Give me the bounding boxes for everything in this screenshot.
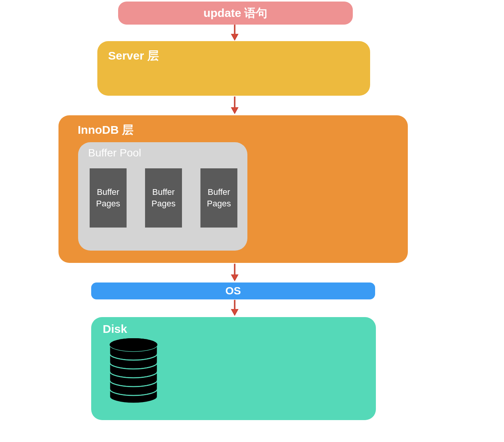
buffer-pool-label: Buffer Pool <box>88 147 240 159</box>
buffer-pool-box: Buffer Pool Buffer Pages Buffer Pages Bu… <box>78 142 247 251</box>
buffer-page-label: Buffer Pages <box>203 186 235 209</box>
buffer-pages-row: Buffer Pages Buffer Pages Buffer Pages <box>90 168 240 228</box>
buffer-page-label: Buffer Pages <box>92 186 124 209</box>
arrow-os-to-disk <box>230 300 240 317</box>
database-icon <box>108 338 159 405</box>
arrow-innodb-to-os <box>230 264 240 282</box>
buffer-page: Buffer Pages <box>200 168 237 228</box>
update-statement-box: update 语句 <box>118 2 353 25</box>
update-statement-label: update 语句 <box>204 5 268 21</box>
buffer-page-label: Buffer Pages <box>147 186 180 209</box>
arrow-server-to-innodb <box>230 96 240 115</box>
buffer-page: Buffer Pages <box>145 168 182 228</box>
server-layer-box: Server 层 <box>97 41 370 96</box>
os-label: OS <box>225 285 241 297</box>
os-box: OS <box>91 282 375 299</box>
arrow-update-to-server <box>230 25 240 42</box>
buffer-page: Buffer Pages <box>90 168 127 228</box>
innodb-layer-label: InnoDB 层 <box>78 123 134 136</box>
server-layer-label: Server 层 <box>108 49 159 62</box>
disk-label: Disk <box>103 322 127 335</box>
svg-point-1 <box>110 338 157 351</box>
